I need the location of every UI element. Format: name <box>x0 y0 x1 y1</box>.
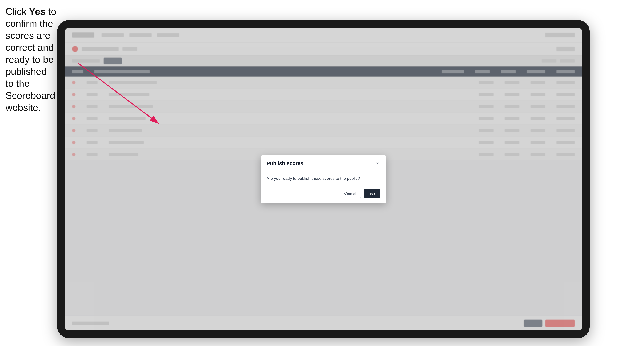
tablet-screen: Publish scores × Are you ready to publis… <box>65 28 582 331</box>
dialog-body: Are you ready to publish these scores to… <box>261 170 386 186</box>
tablet-device: Publish scores × Are you ready to publis… <box>57 20 590 338</box>
dialog-title: Publish scores <box>266 161 303 166</box>
modal-overlay: Publish scores × Are you ready to publis… <box>65 28 582 331</box>
yes-button[interactable]: Yes <box>364 189 380 198</box>
instruction-text: Click Yes to confirm the scores are corr… <box>6 5 57 114</box>
dialog-close-button[interactable]: × <box>374 161 380 166</box>
cancel-button[interactable]: Cancel <box>339 189 361 198</box>
dialog-header: Publish scores × <box>261 155 386 170</box>
instruction-bold: Yes <box>29 6 46 17</box>
dialog-footer: Cancel Yes <box>261 186 386 203</box>
publish-scores-dialog: Publish scores × Are you ready to publis… <box>261 155 386 203</box>
dialog-message: Are you ready to publish these scores to… <box>266 175 380 181</box>
